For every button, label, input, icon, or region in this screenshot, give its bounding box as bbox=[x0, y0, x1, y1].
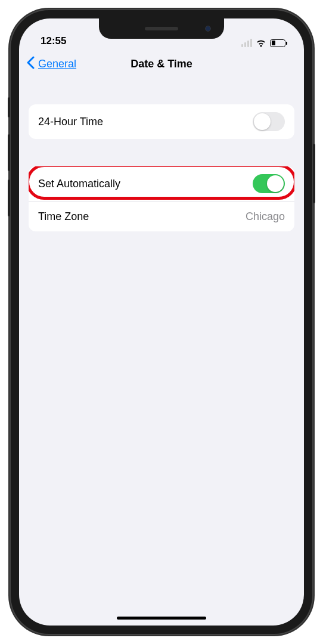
row-label: Set Automatically bbox=[38, 178, 120, 190]
speaker-grille bbox=[145, 27, 178, 30]
row-label: 24-Hour Time bbox=[38, 116, 103, 128]
toggle-24-hour-time[interactable] bbox=[253, 112, 285, 131]
power-button bbox=[313, 144, 315, 203]
navigation-bar: General Date & Time bbox=[19, 48, 304, 79]
page-title: Date & Time bbox=[131, 58, 192, 70]
phone-frame: 12:55 Gen bbox=[10, 9, 313, 635]
row-label: Time Zone bbox=[38, 210, 89, 223]
row-time-zone[interactable]: Time Zone Chicago bbox=[29, 202, 294, 231]
section-auto-time: Set Automatically Time Zone Chicago bbox=[29, 166, 294, 231]
settings-content: 24-Hour Time Set Automatically Time Zone bbox=[19, 104, 304, 231]
status-time: 12:55 bbox=[41, 35, 100, 47]
phone-screen: 12:55 Gen bbox=[19, 18, 304, 626]
notch bbox=[99, 18, 224, 39]
back-button[interactable]: General bbox=[26, 56, 76, 72]
battery-icon bbox=[270, 39, 287, 47]
silence-switch bbox=[8, 97, 10, 117]
status-indicators bbox=[228, 39, 287, 47]
row-set-automatically[interactable]: Set Automatically bbox=[29, 166, 294, 202]
toggle-knob bbox=[254, 113, 271, 130]
toggle-knob bbox=[267, 175, 284, 192]
row-value: Chicago bbox=[246, 210, 285, 223]
toggle-set-automatically[interactable] bbox=[253, 174, 285, 193]
volume-up-button bbox=[8, 134, 10, 171]
section-time-format: 24-Hour Time bbox=[29, 104, 294, 139]
back-label: General bbox=[38, 58, 76, 70]
row-24-hour-time[interactable]: 24-Hour Time bbox=[29, 104, 294, 139]
home-indicator[interactable] bbox=[117, 617, 206, 620]
front-camera bbox=[205, 26, 211, 32]
wifi-icon bbox=[256, 39, 266, 47]
cellular-signal-icon bbox=[241, 39, 253, 47]
chevron-left-icon bbox=[26, 56, 35, 72]
volume-down-button bbox=[8, 179, 10, 216]
